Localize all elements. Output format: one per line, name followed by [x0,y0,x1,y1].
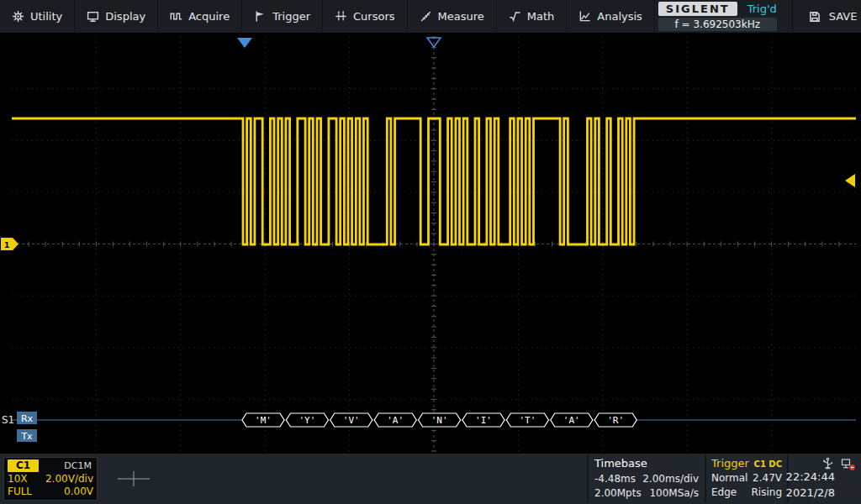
network-icon[interactable] [839,457,857,472]
menu-item-label: Analysis [597,10,642,23]
menu-item-label: Display [105,10,145,23]
menu-item-label: Utility [30,10,62,23]
date-display: 2021/2/8 [786,486,835,501]
decode-char: 'N' [431,415,448,426]
time-display: 22:24:44 [786,470,835,486]
vertical-scale: 2.00V/div [45,473,93,486]
horizontal-scale: 2.00ms/div [642,472,699,486]
menu-item-cursors[interactable]: Cursors [323,0,408,33]
oscilloscope-screen: UtilityDisplayAcquireTriggerCursorsMeasu… [0,0,861,504]
trigger-title: Trigger [711,457,749,470]
math-icon [509,10,521,23]
horizontal-delay: -4.48ms [594,472,636,486]
menu-item-label: Cursors [353,10,395,23]
timebase-title: Timebase [594,457,699,470]
cursors-icon [335,10,347,23]
rx-label: Rx [21,413,34,424]
brand-left: SIGLENT Trig'd f = 3.692503kHz [655,0,782,33]
menu-item-analysis[interactable]: Analysis [567,0,655,33]
brand-cluster: SIGLENT Trig'd f = 3.692503kHz SAVE [655,0,861,33]
memory-depth: 2.00Mpts [594,486,642,501]
menu-item-measure[interactable]: Measure [408,0,497,33]
channel1-coupling: DC1M [64,459,93,472]
decode-char: 'V' [343,415,360,426]
waveform-display-area: 'M''Y''V''A''N''I''T''A''R'S1RxTx1 [0,34,861,454]
channel1-info-box[interactable]: C1 DC1M 10X 2.00V/div FULL 0.00V [3,457,98,501]
trigger-source: C1 DC [754,459,782,469]
save-button[interactable]: SAVE [793,0,861,33]
channel1-offset-label: 1 [4,241,9,249]
trigger-status-badge: Trig'd [747,3,777,15]
menu-bar: UtilityDisplayAcquireTriggerCursorsMeasu… [0,0,861,34]
clock: 22:24:44 2021/2/8 [786,470,835,501]
trigger-slope: Rising [752,486,782,500]
bandwidth-limit: FULL [8,486,32,498]
menu-item-label: Trigger [272,10,310,23]
graticule: 'M''Y''V''A''N''I''T''A''R'S1RxTx1 [0,34,861,454]
gear-icon [12,10,24,23]
position-crosshair [116,460,153,497]
trigger-panel[interactable]: Trigger C1 DC Normal 2.47V Edge Rising [705,455,789,502]
menu-item-math[interactable]: Math [497,0,568,33]
trigger-level-marker[interactable] [845,174,855,187]
trigger-mode: Normal [711,471,747,486]
menu-item-label: Acquire [188,10,230,23]
trigger-position-marker[interactable] [237,38,252,48]
acquire-icon [170,10,182,23]
bus-label: S1 [2,414,14,426]
menu-item-trigger[interactable]: Trigger [242,0,323,33]
decode-char: 'T' [519,415,536,426]
decode-char: 'A' [563,415,580,426]
decode-char: 'Y' [298,415,315,426]
vertical-offset: 0.00V [64,486,93,498]
save-label: SAVE [829,10,858,23]
probe-attenuation: 10X [8,473,28,486]
menu-item-acquire[interactable]: Acquire [158,0,242,33]
sample-rate: 100MSa/s [649,486,699,501]
siglent-logo: SIGLENT [658,2,737,16]
analysis-icon [578,10,591,23]
menu-item-label: Math [527,10,555,23]
decode-char: 'M' [255,415,272,426]
flag-icon [254,10,267,23]
trigger-type: Edge [711,486,737,500]
frequency-counter-readout: f = 3.692503kHz [658,18,777,31]
tx-label: Tx [20,431,33,442]
save-icon [808,10,821,24]
menu-item-label: Measure [438,10,484,23]
channel1-badge[interactable]: C1 [8,459,39,472]
trigger-level: 2.47V [753,471,782,486]
status-bar: C1 DC1M 10X 2.00V/div FULL 0.00V Timebas… [0,454,861,504]
decode-char: 'A' [387,415,404,426]
menu-item-display[interactable]: Display [75,0,158,33]
display-icon [87,10,99,23]
decode-char: 'I' [475,415,492,426]
menu-bar-items: UtilityDisplayAcquireTriggerCursorsMeasu… [0,0,655,33]
timebase-panel[interactable]: Timebase -4.48ms 2.00ms/div 2.00Mpts 100… [587,455,705,502]
measure-icon [420,10,432,23]
menu-item-utility[interactable]: Utility [0,0,75,33]
decode-char: 'R' [607,415,624,426]
